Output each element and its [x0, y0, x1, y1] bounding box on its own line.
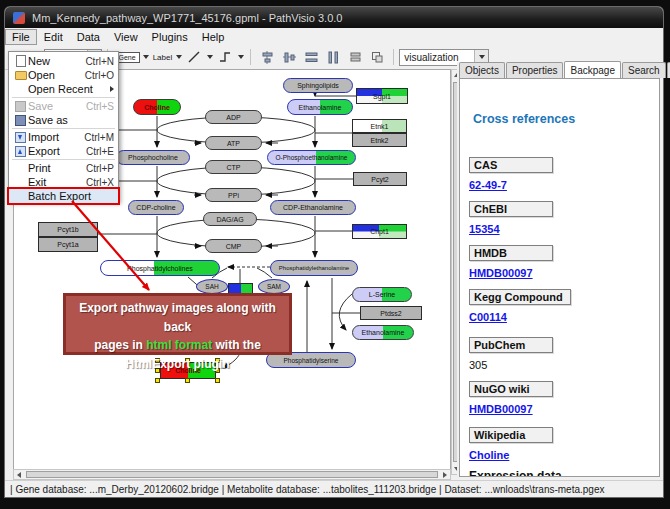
node-pcyt1a[interactable]: Pcyt1a [38, 237, 98, 252]
selection-handle[interactable] [185, 378, 190, 383]
section-header-hmdb: HMDB [469, 245, 553, 261]
line-tool-button[interactable] [184, 47, 204, 67]
label-tool-button[interactable]: Label [152, 47, 174, 67]
menu-view[interactable]: View [107, 29, 145, 45]
status-text: | Gene database: ...m_Derby_20120602.bri… [10, 484, 604, 495]
open-folder-icon [13, 71, 28, 80]
scroll-right-icon[interactable] [443, 472, 447, 478]
node-sphingolipids[interactable]: Sphingolipids [283, 78, 353, 93]
menu-edit[interactable]: Edit [37, 29, 70, 45]
node-l-serine[interactable]: L-Serine [352, 287, 412, 302]
stack-button[interactable] [345, 47, 365, 67]
align-center-icon [261, 51, 274, 64]
line-dropdown[interactable] [205, 48, 214, 66]
menu-help[interactable]: Help [195, 29, 232, 45]
node-ptdss2[interactable]: Ptdss2 [360, 306, 422, 320]
selection-handle[interactable] [155, 378, 160, 383]
link-chebi-id[interactable]: 15354 [469, 223, 500, 235]
node-cdp-choline[interactable]: CDP-choline [128, 200, 184, 215]
menu-item-new[interactable]: New Ctrl+N [9, 54, 118, 68]
submenu-arrow-icon [110, 86, 114, 92]
menu-item-open-recent[interactable]: Open Recent [9, 82, 118, 96]
tab-backpage[interactable]: Backpage [564, 61, 620, 79]
link-nugo-id[interactable]: HMDB00097 [469, 403, 533, 415]
tab-properties[interactable]: Properties [506, 62, 564, 78]
node-cmp[interactable]: CMP [205, 239, 262, 253]
node-chpt1[interactable]: Chpt1 [352, 224, 407, 239]
node-pcyt1b[interactable]: Pcyt1b [38, 222, 98, 237]
line-icon [188, 51, 200, 63]
menu-item-import[interactable]: Import Ctrl+M [9, 130, 118, 144]
node-sgpl1[interactable]: Sgpl1 [356, 88, 408, 104]
node-sah[interactable]: SAH [196, 279, 228, 294]
node-choline-top[interactable]: Choline [133, 99, 181, 115]
tab-search[interactable]: Search [622, 62, 666, 78]
link-hmdb-id[interactable]: HMDB00097 [469, 267, 533, 279]
expression-data-heading: Expression data [469, 469, 562, 477]
node-ethanolamine-top[interactable]: Ethanolamine [287, 99, 353, 115]
connector-dropdown[interactable] [236, 48, 245, 66]
group-icon [371, 51, 384, 64]
node-etnk2[interactable]: Etnk2 [352, 133, 407, 147]
node-phosphatidylethanolamine[interactable]: Phosphatidylethanolamine [270, 260, 358, 276]
menu-file[interactable]: File [5, 29, 37, 45]
annotation-callout: Export pathway images along with back pa… [63, 293, 292, 355]
menu-data[interactable]: Data [70, 29, 107, 45]
node-sam[interactable]: SAM [258, 279, 290, 294]
title-bar: Mm_Kennedy_pathway_WP1771_45176.gpml - P… [5, 7, 663, 28]
node-phosphatidylcholines[interactable]: Phosphatidylcholines [100, 260, 220, 276]
export-icon [13, 146, 28, 157]
link-cas-id[interactable]: 62-49-7 [469, 179, 507, 191]
save-as-icon [13, 115, 28, 126]
node-phosphocholine[interactable]: Phosphocholine [116, 150, 190, 165]
node-dag[interactable]: DAG/AG [203, 212, 257, 226]
save-icon [13, 101, 28, 112]
menu-item-open[interactable]: Open Ctrl+O [9, 68, 118, 82]
distribute-vertical-button[interactable] [323, 47, 343, 67]
connector-icon [219, 51, 231, 63]
tab-legend[interactable]: Legend [667, 62, 670, 78]
label-dropdown[interactable] [174, 48, 183, 66]
link-kegg-id[interactable]: C00114 [469, 311, 507, 323]
group-button[interactable] [367, 47, 387, 67]
distribute-vertical-icon [327, 51, 340, 64]
backpage-panel: Cross references CAS 62-49-7 ChEBI 15354… [459, 78, 660, 477]
menu-item-save[interactable]: Save Ctrl+S [9, 99, 118, 113]
node-etnk1[interactable]: Etnk1 [352, 119, 407, 133]
section-header-chebi: ChEBI [469, 201, 553, 217]
section-header-kegg: Kegg Compound [469, 289, 571, 305]
node-adp[interactable]: ADP [205, 110, 262, 124]
stack-icon [349, 51, 362, 64]
menu-item-exit[interactable]: Exit Ctrl+X [9, 175, 118, 189]
window-title: Mm_Kennedy_pathway_WP1771_45176.gpml - P… [32, 12, 342, 24]
datanode-dropdown[interactable] [142, 48, 151, 66]
menu-item-export[interactable]: Export Ctrl+E [9, 144, 118, 158]
selection-handle[interactable] [215, 378, 220, 383]
node-pcyt2[interactable]: Pcyt2 [353, 172, 407, 186]
canvas-horizontal-scrollbar[interactable] [13, 469, 451, 480]
menu-item-batch-export[interactable]: Batch Export [9, 189, 118, 203]
side-panel: Objects Properties Backpage Search Legen… [457, 62, 663, 479]
section-header-cas: CAS [469, 157, 553, 173]
screenshot-root: { "window": { "title": "Mm_Kennedy_pathw… [0, 0, 670, 509]
scroll-left-icon[interactable] [17, 472, 21, 478]
section-header-nugo: NuGO wiki [469, 381, 553, 397]
cross-references-heading: Cross references [473, 112, 575, 126]
node-cdp-ethanolamine[interactable]: CDP-Ethanolamine [270, 200, 356, 215]
pubchem-id: 305 [469, 359, 487, 371]
node-ppi[interactable]: PPi [205, 188, 262, 202]
distribute-horizontal-button[interactable] [301, 47, 321, 67]
link-wikipedia[interactable]: Choline [469, 449, 509, 461]
menu-item-print[interactable]: Print Ctrl+P [9, 161, 118, 175]
connector-tool-button[interactable] [215, 47, 235, 67]
menu-plugins[interactable]: Plugins [145, 29, 195, 45]
node-o-phosphoethanolamine[interactable]: O-Phosphoethanolamine [267, 150, 356, 165]
node-ctp[interactable]: CTP [205, 160, 262, 174]
align-middle-button[interactable] [279, 47, 299, 67]
panel-tabs: Objects Properties Backpage Search Legen… [457, 62, 663, 78]
tab-objects[interactable]: Objects [459, 62, 505, 78]
align-center-button[interactable] [257, 47, 277, 67]
menu-item-save-as[interactable]: Save as [9, 113, 118, 127]
node-atp[interactable]: ATP [205, 136, 262, 150]
node-ethanolamine-bottom[interactable]: Ethanolamine [352, 325, 414, 340]
